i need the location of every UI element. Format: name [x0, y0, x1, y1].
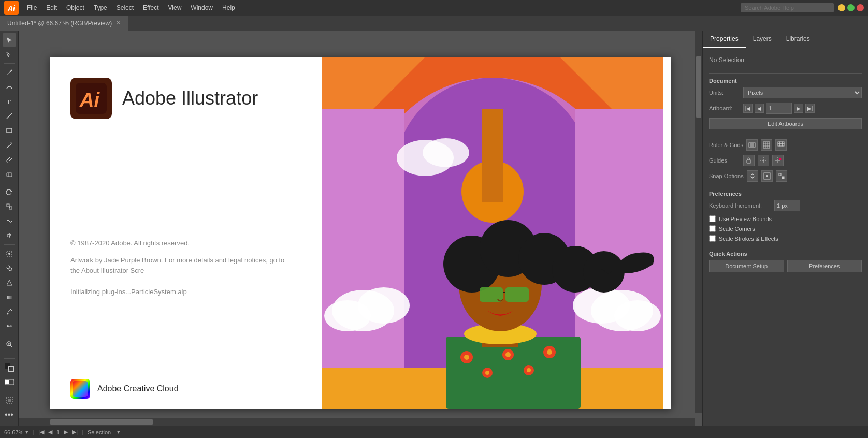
shape-builder-tool[interactable]: [3, 261, 16, 275]
document-setup-button[interactable]: Document Setup: [709, 260, 784, 272]
preferences-button[interactable]: Preferences: [787, 260, 862, 272]
svg-rect-6: [7, 173, 12, 177]
guides-lock-icon[interactable]: [743, 155, 755, 166]
menu-type[interactable]: Type: [90, 2, 111, 13]
rotate-tool[interactable]: [3, 185, 16, 199]
artboard-number-input[interactable]: [766, 103, 792, 114]
horizontal-scrollbar[interactable]: [19, 418, 695, 426]
menu-view[interactable]: View: [164, 2, 186, 13]
curvature-tool[interactable]: [3, 80, 16, 94]
tab-layers[interactable]: Layers: [746, 31, 779, 48]
vertical-scrollbar[interactable]: [695, 31, 702, 413]
zoom-tool[interactable]: [3, 338, 16, 351]
scale-tool[interactable]: [3, 200, 16, 213]
selection-mode-arrow[interactable]: ▾: [117, 429, 120, 435]
rectangle-tool[interactable]: [3, 124, 16, 137]
keyboard-increment-label: Keyboard Increment:: [709, 202, 771, 209]
zoom-dropdown-icon[interactable]: ▾: [25, 429, 28, 435]
snap-pixel-icon[interactable]: [776, 170, 787, 182]
artboard-first-btn[interactable]: |◀: [38, 429, 44, 435]
artboard-last-btn[interactable]: ▶|: [72, 429, 78, 435]
snap-point-icon[interactable]: [747, 170, 758, 182]
paintbrush-tool[interactable]: [3, 138, 16, 152]
artboard-next[interactable]: ▶: [794, 104, 803, 113]
canvas-area: Ai Adobe Illustrator © 1987-2020 Adobe. …: [19, 31, 702, 426]
direct-selection-tool[interactable]: [3, 48, 16, 61]
tab-properties[interactable]: Properties: [703, 31, 746, 48]
artboard-next-next[interactable]: ▶|: [805, 104, 815, 113]
artboard-prev[interactable]: ◀: [755, 104, 764, 113]
artboard-prev-prev[interactable]: |◀: [743, 104, 753, 113]
maximize-button[interactable]: [847, 4, 855, 11]
zoom-control: 66.67% ▾: [4, 429, 28, 435]
artboard-tool-btn[interactable]: [3, 393, 16, 407]
units-select[interactable]: Pixels Inches Centimeters: [743, 87, 862, 98]
menu-select[interactable]: Select: [112, 2, 138, 13]
scale-corners-checkbox[interactable]: [709, 225, 716, 232]
document-tab[interactable]: Untitled-1* @ 66.67 % (RGB/Preview) ✕: [0, 16, 128, 31]
snap-grid-icon[interactable]: [761, 170, 773, 182]
svg-point-65: [547, 349, 552, 355]
type-tool[interactable]: T: [3, 95, 16, 108]
menu-bar: Ai File Edit Object Type Select Effect V…: [0, 0, 868, 16]
warp-tool[interactable]: [3, 214, 16, 228]
keyboard-increment-input[interactable]: [774, 200, 800, 211]
free-transform-tool[interactable]: [3, 247, 16, 260]
splash-status: Initializing plug-ins...ParticleSystem.a…: [70, 288, 293, 296]
svg-text:T: T: [7, 98, 11, 105]
svg-point-62: [485, 371, 489, 375]
gradient-tool[interactable]: [3, 290, 16, 304]
use-preview-bounds-checkbox[interactable]: [709, 215, 716, 222]
scale-strokes-checkbox[interactable]: [709, 235, 716, 242]
guides-show-icon[interactable]: [758, 155, 769, 166]
grid-icon-btn[interactable]: [761, 139, 772, 151]
snap-options-row: Snap Options: [709, 170, 862, 182]
blend-tool[interactable]: [3, 319, 16, 333]
units-label: Units:: [709, 90, 740, 96]
menu-edit[interactable]: Edit: [42, 2, 61, 13]
splash-footer: Adobe Creative Cloud: [70, 379, 179, 399]
artboard: Ai Adobe Illustrator © 1987-2020 Adobe. …: [50, 57, 671, 409]
more-tools-btn[interactable]: •••: [3, 408, 16, 421]
menu-object[interactable]: Object: [62, 2, 89, 13]
perspective-grid-tool[interactable]: [3, 276, 16, 289]
eyedropper-tool[interactable]: [3, 305, 16, 318]
scroll-thumb[interactable]: [696, 56, 701, 118]
menu-help[interactable]: Help: [218, 2, 239, 13]
menu-window[interactable]: Window: [186, 2, 217, 13]
line-tool[interactable]: [3, 109, 16, 123]
svg-point-52: [614, 300, 661, 331]
h-scroll-thumb[interactable]: [50, 419, 153, 425]
splash-content: Ai Adobe Illustrator © 1987-2020 Adobe. …: [50, 57, 671, 409]
color-mode-tool[interactable]: [3, 375, 16, 389]
search-input[interactable]: [741, 3, 834, 12]
artboard-prev-btn[interactable]: ◀: [48, 429, 52, 435]
menu-file[interactable]: File: [23, 2, 41, 13]
artboard-next-btn[interactable]: ▶: [64, 429, 68, 435]
fill-stroke-tool[interactable]: [3, 361, 16, 374]
units-row: Units: Pixels Inches Centimeters: [709, 87, 862, 98]
tab-libraries[interactable]: Libraries: [779, 31, 817, 48]
svg-line-4: [7, 113, 12, 119]
tab-close-icon[interactable]: ✕: [116, 20, 121, 26]
svg-rect-81: [763, 142, 770, 148]
status-separator-1: |: [33, 429, 34, 435]
minimize-button[interactable]: [838, 4, 845, 11]
splash-left: Ai Adobe Illustrator © 1987-2020 Adobe. …: [50, 57, 314, 409]
svg-point-12: [8, 253, 10, 255]
pencil-tool[interactable]: [3, 153, 16, 166]
width-tool[interactable]: [3, 229, 16, 242]
eraser-tool[interactable]: [3, 167, 16, 181]
pen-tool[interactable]: [3, 66, 16, 79]
guides-clear-icon[interactable]: [772, 155, 784, 166]
svg-point-54: [423, 138, 469, 167]
pixel-grid-icon-btn[interactable]: [775, 139, 787, 151]
artboard-nav: |◀ ◀ ▶ ▶|: [743, 103, 815, 114]
scale-strokes-label: Scale Strokes & Effects: [719, 236, 778, 242]
edit-artboards-button[interactable]: Edit Artboards: [709, 118, 862, 129]
tab-bar: Untitled-1* @ 66.67 % (RGB/Preview) ✕: [0, 16, 868, 31]
selection-tool[interactable]: [3, 33, 16, 47]
ruler-icon-btn[interactable]: [746, 139, 758, 151]
close-button[interactable]: [857, 4, 864, 11]
menu-effect[interactable]: Effect: [139, 2, 163, 13]
